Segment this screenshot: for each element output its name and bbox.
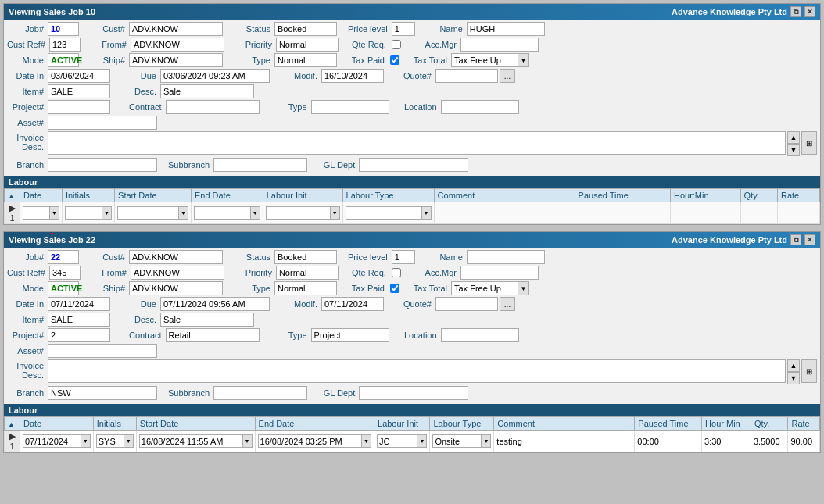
close-button-2[interactable]: ✕ [804, 234, 815, 245]
acc-mgr-val-1 [460, 38, 539, 52]
priority-label-2: Priority [235, 268, 274, 277]
th-comment-2: Comment [494, 417, 635, 431]
td-date-empty-1: ▼ [20, 202, 63, 224]
subbranch-label-2: Subbranch [168, 388, 212, 398]
qte-req-checkbox-2[interactable] [392, 268, 401, 277]
subbranch-val-1 [213, 158, 307, 172]
th-date-1: Date [20, 189, 63, 202]
linit-dd-btn-2[interactable]: ▼ [417, 435, 426, 447]
item-label-2: Item# [7, 315, 46, 324]
td-linit-2: JC▼ [374, 431, 430, 452]
custref-val-1: 123 [49, 38, 81, 52]
invoice-dots-2[interactable]: ⊞ [801, 359, 817, 383]
invoice-textarea-1[interactable] [48, 131, 786, 155]
from-label-2: From# [99, 268, 129, 277]
th-sort-2[interactable]: ▲ [5, 417, 20, 431]
status-label-2: Status [234, 252, 273, 262]
row-item-1: Item# SALE Desc. Sale [7, 84, 817, 98]
type2-label-1: Type [270, 102, 310, 112]
linit-dropdown-empty-1[interactable]: ▼ [266, 206, 340, 220]
th-enddate-1: End Date [191, 189, 263, 202]
td-linit-empty-1: ▼ [263, 202, 342, 224]
end-dropdown-empty-1[interactable]: ▼ [194, 206, 260, 220]
branch-label-1: Branch [7, 160, 46, 170]
tax-total-dropdown-btn-2[interactable]: ▼ [518, 282, 528, 295]
end-dd-btn[interactable]: ▼ [250, 207, 260, 219]
job-num-1: 10 [48, 22, 79, 36]
th-qty-2: Qty. [751, 417, 788, 431]
form-body-1: Job# 10 Cust# ADV.KNOW Status Booked Pri… [4, 20, 820, 176]
init-dropdown-empty-1[interactable]: ▼ [65, 206, 112, 220]
table-row: ▶ 1 ▼ ▼ ▼ ▼ ▼ [5, 202, 820, 224]
ltype-dropdown-empty-1[interactable]: ▼ [346, 206, 432, 220]
date-dd-btn-2[interactable]: ▼ [81, 435, 90, 447]
datein-val-1: 03/06/2024 [48, 69, 110, 83]
qte-req-checkbox-1[interactable] [392, 40, 401, 49]
form-body-2: Job# 22 Cust# ADV.KNOW Status Booked Pri… [4, 248, 820, 404]
td-init-empty-1: ▼ [62, 202, 114, 224]
row-datein-2: Date In 07/11/2024 Due 07/11/2024 09:56 … [7, 297, 817, 311]
cust-val-2: ADV.KNOW [129, 250, 223, 264]
ltype-dd-btn-2[interactable]: ▼ [481, 435, 490, 447]
start-dd-btn-2[interactable]: ▼ [242, 435, 252, 447]
invoice-textarea-2[interactable] [48, 359, 786, 383]
type2-val-2: Project [311, 328, 389, 342]
gldept-val-1 [359, 158, 468, 172]
ltype-dropdown-2[interactable]: Onsite▼ [432, 434, 491, 448]
init-dd-btn-2[interactable]: ▼ [124, 435, 133, 447]
due-val-2: 07/11/2024 09:56 AM [160, 297, 270, 311]
scroll-up-2[interactable]: ▲ [787, 359, 800, 372]
start-dropdown-2[interactable]: 16/08/2024 11:55 AM▼ [139, 434, 253, 448]
start-dropdown-empty-1[interactable]: ▼ [117, 206, 188, 220]
linit-dropdown-2[interactable]: JC▼ [377, 434, 427, 448]
job-num-2: 22 [48, 250, 79, 264]
quote-dots-btn-1[interactable]: ... [500, 69, 515, 83]
restore-button-1[interactable]: ⧉ [790, 6, 801, 17]
job-label-2: Job# [7, 252, 46, 262]
scroll-down-1[interactable]: ▼ [787, 144, 800, 156]
item-val-2: SALE [48, 313, 110, 327]
th-date-2: Date [20, 417, 94, 431]
project-val-2: 2 [48, 328, 110, 342]
init-dd-btn[interactable]: ▼ [102, 207, 111, 219]
td-rate-empty-1 [778, 202, 820, 224]
tax-total-dropdown-1[interactable]: Tax Free Up ▼ [451, 53, 529, 67]
title-bar-1: Viewing Sales Job 10 Advance Knowledge P… [4, 4, 820, 20]
td-start-empty-1: ▼ [115, 202, 192, 224]
custref-label-2: Cust Ref# [7, 268, 48, 277]
type-val-2: Normal [274, 281, 337, 295]
date-dd-btn[interactable]: ▼ [49, 207, 59, 219]
scroll-up-1[interactable]: ▲ [787, 131, 800, 144]
init-dropdown-2[interactable]: SYS▼ [96, 434, 134, 448]
close-button-1[interactable]: ✕ [804, 6, 815, 17]
ltype-dd-btn[interactable]: ▼ [421, 207, 431, 219]
quote-dots-btn-2[interactable]: ... [500, 297, 515, 311]
tax-total-dropdown-btn-1[interactable]: ▼ [518, 54, 528, 66]
tax-paid-checkbox-2[interactable] [390, 284, 399, 293]
labour-table-container-2: ▲ Date Initials Start Date End Date Labo… [4, 416, 820, 452]
project-label-2: Project# [7, 331, 46, 340]
row-custref-1: Cust Ref# 123 From# ADV.KNOW Priority No… [7, 38, 817, 52]
scroll-down-2[interactable]: ▼ [787, 372, 800, 384]
tax-paid-checkbox-1[interactable] [390, 55, 399, 65]
priority-label-1: Priority [235, 40, 274, 49]
date-dropdown-empty-1[interactable]: ▼ [23, 206, 59, 220]
quote-val-1 [435, 69, 498, 83]
tax-paid-label-2: Tax Paid [348, 284, 387, 293]
td-comment-empty-1 [434, 202, 575, 224]
end-dropdown-2[interactable]: 16/08/2024 03:25 PM▼ [258, 434, 371, 448]
td-hourmin-2: 3:30 [702, 431, 751, 452]
tax-total-dropdown-2[interactable]: Tax Free Up ▼ [451, 281, 529, 295]
end-dd-btn-2[interactable]: ▼ [361, 435, 371, 447]
contract-label-2: Contract [129, 331, 164, 340]
restore-button-2[interactable]: ⧉ [790, 234, 801, 245]
date-dropdown-2[interactable]: 07/11/2024▼ [23, 434, 91, 448]
invoice-label-2: InvoiceDesc. [7, 359, 46, 380]
invoice-dots-1[interactable]: ⊞ [801, 131, 817, 155]
datein-label-1: Date In [7, 71, 46, 80]
start-dd-btn[interactable]: ▼ [178, 207, 188, 219]
linit-dd-btn[interactable]: ▼ [330, 207, 339, 219]
th-sort-1[interactable]: ▲ [5, 189, 20, 202]
window2-company: Advance Knowledge Pty Ltd [672, 235, 787, 245]
th-labourinit-1: Labour Init [263, 189, 342, 202]
